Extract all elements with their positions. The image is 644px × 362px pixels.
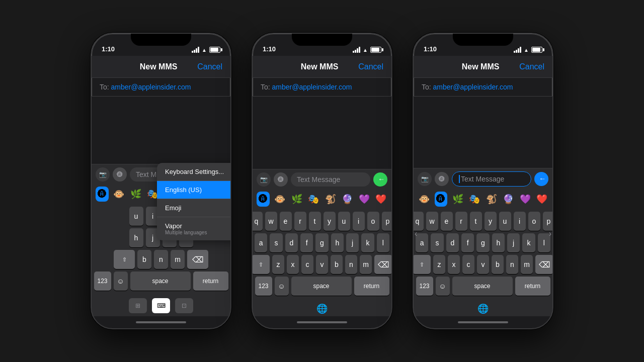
camera-icon-1[interactable]: 📷 <box>96 167 110 182</box>
send-button-3[interactable]: ↑ <box>534 172 548 186</box>
emoji-3-1[interactable]: 🐵 <box>418 192 431 207</box>
key-emoji-2[interactable]: ☺ <box>275 277 289 296</box>
swipe-left-arrow-3[interactable]: ‹ <box>415 229 417 238</box>
emoji-item-1[interactable]: 🅐 <box>96 187 109 202</box>
key-s-3[interactable]: s <box>431 233 443 252</box>
key-g-3[interactable]: g <box>476 233 489 252</box>
kbd-switch-btn-1b[interactable]: ⌨ <box>152 298 170 313</box>
emoji-3-3[interactable]: 🌿 <box>451 192 464 207</box>
menu-keyboard-settings[interactable]: Keyboard Settings... <box>157 163 231 181</box>
emoji-2-8[interactable]: ❤️ <box>375 192 388 207</box>
key-p-3[interactable]: p <box>543 212 554 231</box>
key-123-1[interactable]: 123 <box>94 272 111 291</box>
key-i-2[interactable]: i <box>353 212 365 231</box>
emoji-2-6[interactable]: 🔮 <box>341 192 354 207</box>
key-delete-1[interactable]: ⌫ <box>187 250 208 269</box>
key-e-2[interactable]: e <box>280 212 292 231</box>
key-m-2[interactable]: m <box>360 255 372 274</box>
key-w-2[interactable]: w <box>265 212 277 231</box>
key-space-2[interactable]: space <box>291 277 352 296</box>
key-u-1[interactable]: u <box>129 207 143 226</box>
key-delete-3[interactable]: ⌫ <box>535 255 553 274</box>
emoji-2-1[interactable]: 🅐 <box>257 192 270 207</box>
emoji-3-6[interactable]: 🔮 <box>502 192 515 207</box>
key-shift-1[interactable]: ⇧ <box>114 250 135 269</box>
key-d-2[interactable]: d <box>285 233 298 252</box>
swipe-right-arrow-3[interactable]: › <box>549 229 551 238</box>
message-area-3[interactable] <box>414 97 552 168</box>
emoji-2-5[interactable]: 🐒 <box>324 192 337 207</box>
key-t-2[interactable]: t <box>309 212 321 231</box>
key-space-1[interactable]: space <box>130 272 191 291</box>
key-n-2[interactable]: n <box>345 255 357 274</box>
key-u-2[interactable]: u <box>338 212 350 231</box>
key-return-1[interactable]: return <box>193 272 228 291</box>
cancel-button-2[interactable]: Cancel <box>358 62 383 71</box>
key-shift-3[interactable]: ⇧ <box>413 255 431 274</box>
key-b-2[interactable]: b <box>331 255 343 274</box>
key-delete-2[interactable]: ⌫ <box>374 255 392 274</box>
key-e-3[interactable]: e <box>441 212 453 231</box>
emoji-3-8[interactable]: ❤️ <box>536 192 549 207</box>
key-c-2[interactable]: c <box>301 255 313 274</box>
emoji-3-7[interactable]: 💜 <box>519 192 532 207</box>
key-o-3[interactable]: o <box>528 212 540 231</box>
key-w-3[interactable]: w <box>426 212 438 231</box>
key-k-3[interactable]: k <box>522 233 535 252</box>
key-i-3[interactable]: i <box>514 212 526 231</box>
key-h-3[interactable]: h <box>492 233 505 252</box>
key-q-3[interactable]: q <box>413 212 424 231</box>
text-input-2[interactable]: Text Message <box>291 172 370 187</box>
key-emoji-3[interactable]: ☺ <box>436 277 450 296</box>
key-t-3[interactable]: t <box>470 212 482 231</box>
key-r-2[interactable]: r <box>294 212 306 231</box>
apps-icon-2[interactable]: 🅐 <box>274 172 288 187</box>
emoji-item-3[interactable]: 🌿 <box>129 187 142 202</box>
kbd-switch-btn-1c[interactable]: ⊡ <box>175 298 193 313</box>
message-area-1[interactable] <box>92 97 230 164</box>
key-k-2[interactable]: k <box>361 233 374 252</box>
camera-icon-3[interactable]: 📷 <box>418 172 432 186</box>
key-l-2[interactable]: l <box>377 233 389 252</box>
text-input-3[interactable]: Text Message <box>452 171 531 187</box>
key-return-2[interactable]: return <box>354 277 389 296</box>
key-p-2[interactable]: p <box>382 212 393 231</box>
key-z-3[interactable]: z <box>433 255 445 274</box>
key-m-1[interactable]: m <box>171 250 185 269</box>
key-s-2[interactable]: s <box>270 233 282 252</box>
emoji-3-2[interactable]: 🅐 <box>435 192 448 207</box>
emoji-3-5[interactable]: 🐒 <box>485 192 498 207</box>
key-n-1[interactable]: n <box>154 250 168 269</box>
key-u-3[interactable]: u <box>499 212 511 231</box>
send-button-2[interactable]: ↑ <box>373 172 387 187</box>
apps-icon-1[interactable]: 🅐 <box>113 167 127 182</box>
cancel-button-3[interactable]: Cancel <box>519 62 544 71</box>
globe-icon-2[interactable]: 🌐 <box>316 303 328 314</box>
key-r-3[interactable]: r <box>455 212 467 231</box>
key-a-3[interactable]: a <box>416 233 428 252</box>
globe-icon-3[interactable]: 🌐 <box>477 303 489 314</box>
key-y-3[interactable]: y <box>485 212 497 231</box>
key-123-2[interactable]: 123 <box>255 277 272 296</box>
kbd-switch-btn-1a[interactable]: ⊞ <box>129 298 147 313</box>
key-v-2[interactable]: v <box>316 255 328 274</box>
key-m-3[interactable]: m <box>521 255 533 274</box>
key-g-2[interactable]: g <box>315 233 328 252</box>
key-return-3[interactable]: return <box>515 277 550 296</box>
key-emoji-1[interactable]: ☺ <box>114 272 128 291</box>
key-o-2[interactable]: o <box>367 212 379 231</box>
emoji-3-4[interactable]: 🎭 <box>468 192 481 207</box>
key-y-2[interactable]: y <box>324 212 336 231</box>
key-123-3[interactable]: 123 <box>416 277 433 296</box>
key-c-3[interactable]: c <box>462 255 474 274</box>
key-v-3[interactable]: v <box>477 255 489 274</box>
key-f-3[interactable]: f <box>461 233 474 252</box>
key-z-2[interactable]: z <box>272 255 284 274</box>
key-j-3[interactable]: j <box>507 233 520 252</box>
key-n-3[interactable]: n <box>506 255 518 274</box>
key-x-3[interactable]: x <box>448 255 460 274</box>
menu-english-us[interactable]: English (US) <box>157 181 231 199</box>
camera-icon-2[interactable]: 📷 <box>257 172 271 187</box>
emoji-item-2[interactable]: 🐵 <box>113 187 126 202</box>
key-q-2[interactable]: q <box>252 212 263 231</box>
